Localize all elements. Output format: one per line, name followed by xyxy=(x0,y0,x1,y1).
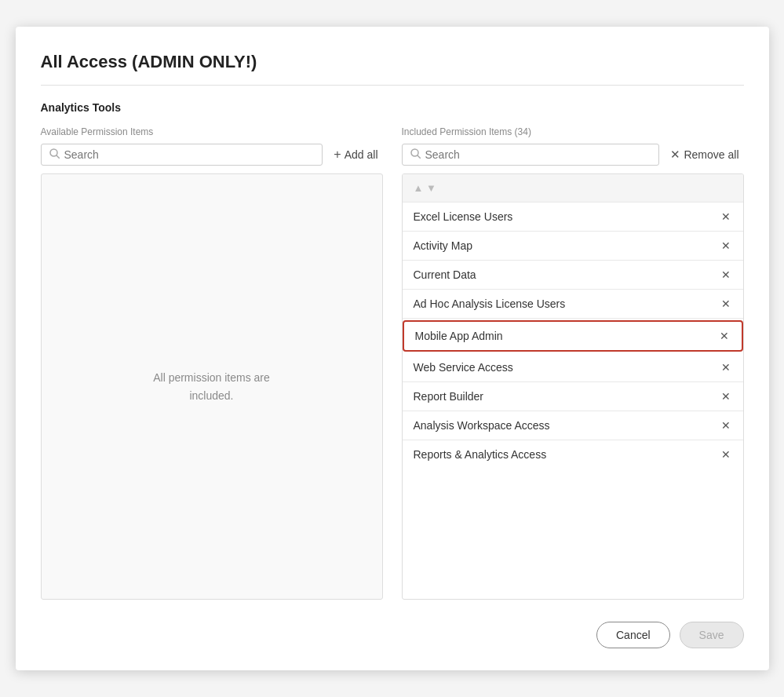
close-icon: ✕ xyxy=(721,240,731,251)
remove-mobile-app-admin-button[interactable]: ✕ xyxy=(718,330,731,341)
list-item: Current Data ✕ xyxy=(403,261,743,290)
remove-analysis-workspace-button[interactable]: ✕ xyxy=(720,420,732,431)
remove-web-service-button[interactable]: ✕ xyxy=(720,362,732,373)
included-list-wrapper: ▲ ▼ Excel License Users ✕ Activity Map ✕… xyxy=(402,173,744,600)
empty-message: All permission items areincluded. xyxy=(153,369,270,404)
remove-activity-map-button[interactable]: ✕ xyxy=(720,240,732,251)
list-item: Excel License Users ✕ xyxy=(403,203,743,232)
available-search-box[interactable] xyxy=(41,144,323,166)
close-icon: ✕ xyxy=(721,211,731,222)
close-icon: ✕ xyxy=(721,391,731,402)
close-icon: ✕ xyxy=(720,330,729,341)
included-panel: Included Permission Items (34) ✕ Remove … xyxy=(402,126,744,600)
dialog-footer: Cancel Save xyxy=(41,622,744,648)
included-search-box[interactable] xyxy=(402,144,660,166)
close-icon: ✕ xyxy=(721,269,731,280)
remove-excel-license-button[interactable]: ✕ xyxy=(720,211,732,222)
remove-report-builder-button[interactable]: ✕ xyxy=(720,391,732,402)
item-name: Excel License Users xyxy=(414,210,513,223)
search-icon xyxy=(49,148,60,161)
list-item-truncated: ▲ ▼ xyxy=(403,174,743,203)
remove-all-label: Remove all xyxy=(684,148,738,161)
remove-all-button[interactable]: ✕ Remove all xyxy=(665,144,743,165)
remove-ad-hoc-button[interactable]: ✕ xyxy=(720,298,732,309)
plus-icon: + xyxy=(334,148,341,162)
item-name: Analysis Workspace Access xyxy=(414,419,550,432)
remove-reports-analytics-button[interactable]: ✕ xyxy=(720,449,732,460)
item-name: Activity Map xyxy=(414,239,472,252)
close-icon: ✕ xyxy=(721,298,731,309)
available-panel-label: Available Permission Items xyxy=(41,126,383,137)
save-button: Save xyxy=(680,622,744,648)
list-item: Ad Hoc Analysis License Users ✕ xyxy=(403,290,743,319)
item-name: Current Data xyxy=(414,268,476,281)
cancel-button[interactable]: Cancel xyxy=(596,622,670,648)
item-name: Reports & Analytics Access xyxy=(414,448,547,461)
included-search-input[interactable] xyxy=(425,148,651,161)
remove-current-data-button[interactable]: ✕ xyxy=(720,269,732,280)
section-title: Analytics Tools xyxy=(41,101,744,114)
search-icon xyxy=(410,148,421,161)
close-icon: ✕ xyxy=(721,449,731,460)
list-item: Reports & Analytics Access ✕ xyxy=(403,440,743,469)
available-list-container: All permission items areincluded. xyxy=(41,173,383,600)
list-item: Web Service Access ✕ xyxy=(403,353,743,382)
close-icon: ✕ xyxy=(721,362,731,373)
item-name: Mobile App Admin xyxy=(415,330,503,342)
item-name: Web Service Access xyxy=(414,361,513,374)
list-item: Activity Map ✕ xyxy=(403,232,743,261)
svg-line-1 xyxy=(57,155,60,159)
add-all-button[interactable]: + Add all xyxy=(329,144,382,165)
list-item-mobile-app-admin: Mobile App Admin ✕ xyxy=(403,320,743,352)
included-search-row: ✕ Remove all xyxy=(402,144,744,166)
truncated-label: ▲ ▼ xyxy=(414,182,436,194)
x-remove-all-icon: ✕ xyxy=(670,148,680,162)
close-icon: ✕ xyxy=(721,420,731,431)
list-item: Report Builder ✕ xyxy=(403,382,743,411)
item-name: Ad Hoc Analysis License Users xyxy=(414,297,566,310)
dialog: All Access (ADMIN ONLY!) Analytics Tools… xyxy=(16,27,769,670)
dual-panel: Available Permission Items + Add all xyxy=(41,126,744,600)
svg-line-3 xyxy=(418,155,421,159)
dialog-title: All Access (ADMIN ONLY!) xyxy=(41,52,744,86)
item-name: Report Builder xyxy=(414,390,484,403)
available-search-row: + Add all xyxy=(41,144,383,166)
list-item: Analysis Workspace Access ✕ xyxy=(403,411,743,440)
included-panel-label: Included Permission Items (34) xyxy=(402,126,744,137)
available-panel: Available Permission Items + Add all xyxy=(41,126,383,600)
available-search-input[interactable] xyxy=(64,148,315,161)
add-all-label: Add all xyxy=(345,148,378,161)
